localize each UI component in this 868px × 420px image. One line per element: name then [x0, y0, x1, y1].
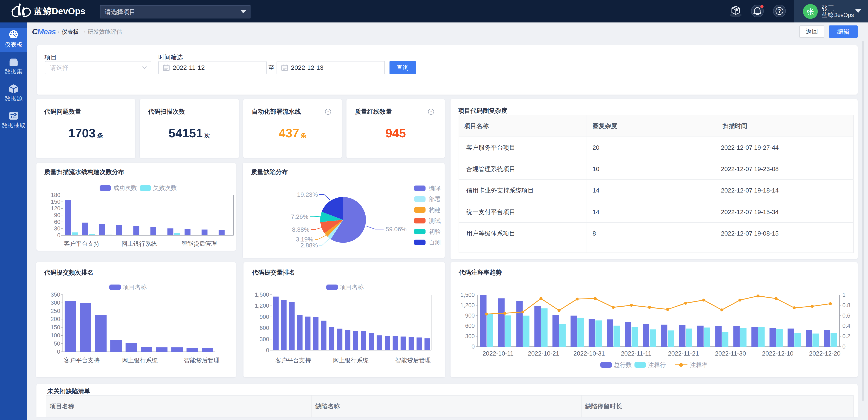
svg-text:120: 120 — [51, 205, 60, 212]
svg-text:900: 900 — [259, 314, 269, 320]
svg-text:59.06%: 59.06% — [386, 226, 406, 233]
svg-text:0: 0 — [471, 343, 475, 350]
svg-text:注释行: 注释行 — [648, 362, 666, 368]
svg-text:1,500: 1,500 — [255, 292, 269, 298]
svg-text:150: 150 — [51, 199, 60, 205]
svg-text:2.88%: 2.88% — [301, 242, 318, 249]
svg-text:初验: 初验 — [429, 228, 441, 235]
svg-text:300: 300 — [51, 300, 60, 306]
svg-text:150: 150 — [51, 324, 60, 331]
svg-text:1,500: 1,500 — [460, 292, 475, 298]
svg-text:7.26%: 7.26% — [291, 213, 308, 220]
svg-text:50: 50 — [54, 340, 60, 347]
svg-text:0.2: 0.2 — [842, 333, 850, 339]
svg-text:300: 300 — [259, 336, 269, 342]
svg-text:编译: 编译 — [429, 185, 441, 192]
svg-text:智能贷后管理: 智能贷后管理 — [184, 357, 220, 364]
svg-text:网上银行系统: 网上银行系统 — [333, 357, 369, 364]
svg-text:90: 90 — [54, 212, 60, 218]
svg-text:自测: 自测 — [429, 239, 441, 246]
svg-text:客户平台支持: 客户平台支持 — [275, 357, 311, 364]
svg-text:项目名称: 项目名称 — [340, 284, 364, 291]
svg-text:总行数: 总行数 — [614, 362, 632, 368]
svg-text:项目名称: 项目名称 — [123, 284, 147, 291]
svg-text:注释率: 注释率 — [690, 362, 708, 368]
svg-text:网上银行系统: 网上银行系统 — [122, 357, 158, 364]
svg-text:0.4: 0.4 — [842, 323, 850, 329]
svg-text:2022-10-31: 2022-10-31 — [574, 350, 605, 357]
svg-text:200: 200 — [51, 316, 60, 322]
svg-text:1,200: 1,200 — [255, 303, 269, 309]
svg-text:智能贷后管理: 智能贷后管理 — [395, 357, 431, 364]
svg-text:19.23%: 19.23% — [297, 191, 318, 198]
svg-text:100: 100 — [51, 332, 60, 338]
svg-text:30: 30 — [54, 226, 60, 232]
svg-text:0: 0 — [266, 347, 269, 354]
svg-text:0.6: 0.6 — [842, 312, 850, 319]
svg-text:失败次数: 失败次数 — [153, 185, 177, 191]
svg-text:2022-11-21: 2022-11-21 — [668, 350, 699, 357]
svg-text:成功次数: 成功次数 — [113, 185, 137, 191]
svg-text:0: 0 — [57, 349, 60, 355]
svg-text:?: ? — [778, 8, 781, 14]
svg-text:2022-10-11: 2022-10-11 — [483, 350, 514, 357]
svg-text:2022-11-11: 2022-11-11 — [621, 350, 651, 357]
svg-text:300: 300 — [465, 333, 475, 339]
svg-text:1,200: 1,200 — [460, 302, 475, 308]
svg-text:0.8: 0.8 — [842, 302, 850, 308]
svg-text:网上银行系统: 网上银行系统 — [121, 240, 157, 247]
svg-text:?: ? — [327, 110, 329, 114]
svg-text:2022-12-20: 2022-12-20 — [809, 350, 840, 357]
svg-text:?: ? — [430, 110, 432, 114]
svg-text:部署: 部署 — [429, 196, 441, 203]
svg-text:900: 900 — [465, 312, 475, 319]
svg-text:客户平台支持: 客户平台支持 — [64, 240, 100, 247]
svg-text:2022-11-30: 2022-11-30 — [715, 350, 746, 357]
svg-text:250: 250 — [51, 308, 60, 314]
svg-text:1: 1 — [842, 292, 845, 298]
svg-text:600: 600 — [465, 323, 475, 329]
svg-text:0: 0 — [57, 232, 60, 239]
svg-text:2022-12-10: 2022-12-10 — [762, 350, 794, 357]
svg-text:客户平台支持: 客户平台支持 — [64, 357, 100, 364]
svg-text:350: 350 — [51, 292, 60, 298]
svg-text:智能贷后管理: 智能贷后管理 — [181, 240, 217, 247]
svg-text:8.38%: 8.38% — [292, 226, 309, 233]
svg-text:60: 60 — [54, 219, 60, 225]
svg-text:构建: 构建 — [429, 207, 441, 213]
svg-text:600: 600 — [259, 325, 269, 331]
svg-text:180: 180 — [51, 192, 60, 198]
svg-text:测试: 测试 — [429, 217, 441, 224]
svg-text:0: 0 — [842, 343, 845, 350]
svg-text:2022-10-21: 2022-10-21 — [528, 350, 559, 357]
